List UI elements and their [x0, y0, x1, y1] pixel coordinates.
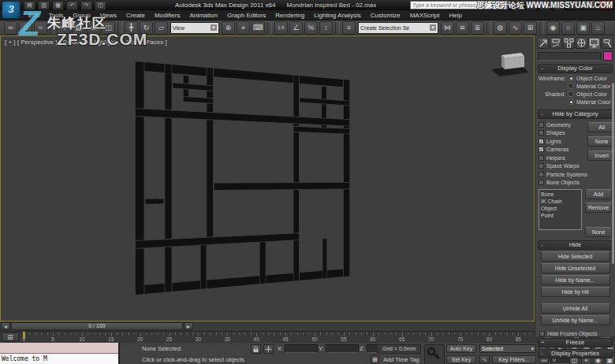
macro-recorder-pane[interactable]: [0, 343, 118, 354]
menu-item-graph-editors[interactable]: Graph Editors: [222, 12, 270, 19]
hide-by-name--button[interactable]: Hide by Name...: [541, 275, 610, 285]
angle-snap-icon[interactable]: ∠: [289, 21, 303, 35]
select-and-manipulate-icon[interactable]: ⌖: [237, 21, 250, 35]
list-item[interactable]: Point: [541, 212, 580, 219]
menu-item-help[interactable]: Help: [444, 12, 466, 19]
radio-option[interactable]: Object Color: [568, 91, 611, 97]
radio-dot[interactable]: [568, 91, 574, 97]
category-checkbox-cameras[interactable]: ✓: [539, 147, 544, 152]
reference-coordinate-system-dropdown[interactable]: View▾: [170, 22, 219, 34]
tab-display[interactable]: [588, 37, 600, 49]
category-checkbox-bone-objects[interactable]: [539, 180, 544, 185]
rollout-header-freeze[interactable]: + Freeze: [538, 338, 613, 347]
invert-button[interactable]: Invert: [587, 150, 615, 161]
list-item[interactable]: IK Chain Object: [541, 198, 580, 212]
open-file-icon[interactable]: ▥: [38, 1, 50, 10]
select-object-icon[interactable]: ↖: [57, 21, 70, 35]
mirror-icon[interactable]: ⋈: [441, 21, 454, 35]
bind-to-space-warp-icon[interactable]: ≈: [34, 21, 47, 35]
application-menu-button[interactable]: 3: [2, 1, 20, 19]
rollout-header-hide[interactable]: - Hide: [538, 240, 613, 250]
select-and-move-icon[interactable]: ╋: [125, 21, 138, 35]
menu-item-group[interactable]: Group: [68, 12, 95, 19]
category-checkbox-lights[interactable]: ✓: [539, 139, 544, 144]
selection-lock-icon[interactable]: [251, 344, 261, 354]
current-frame-marker[interactable]: [23, 332, 25, 339]
y-coordinate-field[interactable]: [326, 344, 359, 353]
remove-button[interactable]: Remove: [585, 202, 612, 213]
named-selection-sets-dropdown[interactable]: Create Selection Se▾: [358, 22, 438, 34]
keyboard-shortcut-override-icon[interactable]: ⌨: [252, 21, 265, 35]
list-item[interactable]: Bone: [541, 191, 580, 198]
script-listener-pane[interactable]: Welcome to M: [0, 354, 118, 364]
time-slider-next-arrow[interactable]: ►: [184, 322, 193, 330]
time-slider-handle[interactable]: 0 / 100: [11, 322, 183, 330]
category-checkbox-shapes[interactable]: [539, 130, 544, 136]
rendered-frame-window-icon[interactable]: ▣: [576, 21, 590, 35]
add-time-tag[interactable]: Add Time Tag: [383, 356, 419, 363]
hide-unselected-button[interactable]: Hide Unselected: [541, 263, 610, 273]
align-icon[interactable]: ≌: [456, 21, 469, 35]
radio-option[interactable]: Material Color: [568, 98, 611, 105]
menu-item-create[interactable]: Create: [121, 12, 150, 19]
object-color-swatch[interactable]: [603, 51, 613, 61]
material-editor-icon[interactable]: ◉: [546, 21, 560, 35]
hide-by-hit-button[interactable]: Hide by Hit: [541, 287, 610, 297]
absolute-mode-transform-icon[interactable]: [263, 344, 274, 354]
radio-dot[interactable]: [568, 75, 574, 81]
select-by-name-icon[interactable]: ▤: [72, 21, 85, 35]
category-checkbox-geometry[interactable]: [539, 122, 544, 128]
panel-scrollbar[interactable]: [612, 83, 614, 264]
menu-item-animation[interactable]: Animation: [184, 12, 222, 19]
key-filters-button[interactable]: Key Filters...: [492, 355, 536, 364]
auto-key-button[interactable]: Auto Key: [446, 344, 476, 353]
snaps-toggle-icon[interactable]: 2.5: [274, 21, 288, 35]
new-scene-icon[interactable]: ▤: [24, 1, 35, 10]
graphite-modeling-tools-icon[interactable]: ◍: [494, 21, 507, 35]
viewport-label[interactable]: [ + ] [ Perspective ] [ Smooth + Highlig…: [5, 39, 167, 46]
rectangular-selection-region-icon[interactable]: ▭: [87, 21, 100, 35]
hide-frozen-objects-checkbox[interactable]: [539, 331, 545, 336]
spinner-snap-icon[interactable]: ↕: [319, 21, 333, 35]
all-button[interactable]: All: [587, 122, 615, 132]
tab-create[interactable]: [537, 37, 549, 49]
custom-category-list[interactable]: BoneIK Chain ObjectPoint: [539, 189, 582, 230]
select-and-scale-icon[interactable]: ▱: [155, 21, 168, 35]
track-bar[interactable]: ⊞ 05101520253035404550556065707580859095…: [0, 331, 615, 343]
menu-item-lighting-analysis[interactable]: Lighting Analysis: [309, 12, 366, 19]
select-and-rotate-icon[interactable]: ↻: [140, 21, 153, 35]
time-slider-prev-arrow[interactable]: ◄: [1, 322, 10, 330]
menu-item-modifiers[interactable]: Modifiers: [150, 12, 184, 19]
mondrian-frame-object[interactable]: [135, 61, 350, 295]
menu-item-customize[interactable]: Customize: [366, 12, 405, 19]
tab-utilities[interactable]: [602, 37, 613, 49]
rollout-header-display-color[interactable]: - Display Color: [538, 64, 613, 73]
object-name-field[interactable]: [538, 52, 602, 61]
radio-option[interactable]: Material Color: [568, 83, 611, 89]
window-crossing-icon[interactable]: ◫: [102, 21, 115, 35]
category-checkbox-space-warps[interactable]: [539, 163, 544, 169]
menu-item-tools[interactable]: Tools: [44, 12, 69, 19]
schematic-view-icon[interactable]: ⊞: [524, 21, 537, 35]
menu-item-rendering[interactable]: Rendering: [270, 12, 309, 19]
category-checkbox-particle-systems[interactable]: [539, 172, 544, 177]
radio-dot[interactable]: [568, 98, 574, 105]
radio-dot[interactable]: [568, 83, 574, 89]
key-mode-dropdown[interactable]: Selected▾: [479, 344, 536, 353]
none-button[interactable]: None: [587, 136, 615, 147]
save-file-icon[interactable]: ▦: [52, 1, 64, 10]
select-and-link-icon[interactable]: ∞: [4, 21, 17, 35]
x-coordinate-field[interactable]: [285, 344, 318, 353]
unhide-all-button[interactable]: Unhide All: [541, 303, 610, 314]
tab-motion[interactable]: [576, 37, 587, 49]
add-button[interactable]: Add: [585, 189, 612, 199]
unhide-by-name--button[interactable]: Unhide by Name...: [541, 315, 610, 325]
tab-hierarchy[interactable]: [563, 37, 575, 49]
edit-named-selection-sets-icon[interactable]: ≡: [342, 21, 356, 35]
set-key-button[interactable]: Set Key: [446, 355, 476, 364]
bed-object[interactable]: [490, 45, 531, 78]
perspective-viewport[interactable]: [ + ] [ Perspective ] [ Smooth + Highlig…: [0, 35, 535, 321]
use-pivot-point-center-icon[interactable]: ⊕: [222, 21, 235, 35]
menu-item-maxscript[interactable]: MAXScript: [405, 12, 445, 19]
layer-manager-icon[interactable]: ≣: [471, 21, 484, 35]
